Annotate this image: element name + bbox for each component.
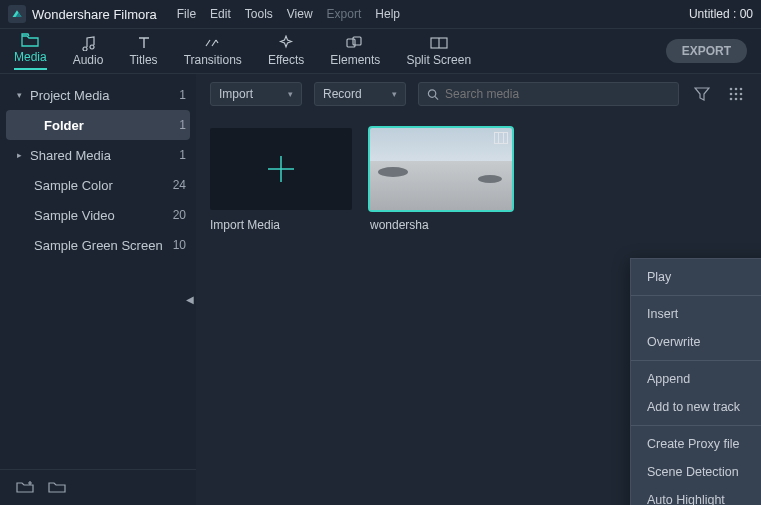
chevron-down-icon: ▾	[392, 89, 397, 99]
text-icon	[137, 35, 151, 51]
ctx-scene-detection[interactable]: Scene Detection	[631, 458, 761, 486]
search-input[interactable]	[445, 87, 670, 101]
menu-view[interactable]: View	[287, 7, 313, 21]
svg-point-14	[735, 98, 738, 101]
chevron-down-icon: ▾	[14, 90, 24, 100]
record-dropdown[interactable]: Record ▾	[314, 82, 406, 106]
music-icon	[80, 35, 96, 51]
collapse-sidebar-icon[interactable]: ◀	[186, 294, 196, 308]
document-title: Untitled : 00	[689, 7, 753, 21]
tab-media[interactable]: Media	[14, 32, 47, 70]
divider	[631, 360, 761, 361]
elements-icon	[346, 35, 364, 51]
menu-file[interactable]: File	[177, 7, 196, 21]
sidebar: ▾ Project Media 1 Folder 1 ▸ Shared Medi…	[0, 74, 196, 505]
chevron-down-icon: ▾	[288, 89, 293, 99]
sidebar-item-sample-color[interactable]: Sample Color 24	[0, 170, 196, 200]
svg-point-10	[730, 93, 733, 96]
app-logo-icon	[8, 5, 26, 23]
sparkle-icon	[278, 35, 294, 51]
tab-elements[interactable]: Elements	[330, 35, 380, 67]
sidebar-footer	[0, 469, 196, 505]
sidebar-item-sample-video[interactable]: Sample Video 20	[0, 200, 196, 230]
media-clip-tile[interactable]: wondersha	[370, 128, 512, 232]
tab-transitions[interactable]: Transitions	[184, 35, 242, 67]
new-folder-icon[interactable]	[16, 479, 34, 496]
clip-handle-icon[interactable]	[494, 132, 508, 144]
ctx-play[interactable]: Play	[631, 263, 761, 291]
export-button[interactable]: EXPORT	[666, 39, 747, 63]
ctx-insert[interactable]: InsertShift+I	[631, 300, 761, 328]
svg-point-8	[735, 88, 738, 91]
svg-point-12	[740, 93, 743, 96]
sidebar-item-folder[interactable]: Folder 1	[6, 110, 190, 140]
divider	[631, 425, 761, 426]
sidebar-item-shared-media[interactable]: ▸ Shared Media 1	[0, 140, 196, 170]
ctx-auto-highlight[interactable]: Auto Highlight	[631, 486, 761, 505]
svg-rect-1	[347, 39, 355, 47]
tab-titles[interactable]: Titles	[129, 35, 157, 67]
tab-effects[interactable]: Effects	[268, 35, 304, 67]
main-panel: Import ▾ Record ▾ Import Media	[196, 74, 761, 505]
svg-point-7	[730, 88, 733, 91]
sidebar-item-project-media[interactable]: ▾ Project Media 1	[0, 80, 196, 110]
svg-point-15	[740, 98, 743, 101]
import-media-tile[interactable]: Import Media	[210, 128, 352, 232]
folder-icon[interactable]	[48, 479, 66, 496]
svg-point-5	[428, 89, 435, 96]
menu-export: Export	[327, 7, 362, 21]
svg-point-9	[740, 88, 743, 91]
menu-tools[interactable]: Tools	[245, 7, 273, 21]
split-icon	[430, 35, 448, 51]
svg-point-11	[735, 93, 738, 96]
transition-icon	[204, 35, 222, 51]
filter-icon[interactable]	[691, 83, 713, 105]
search-icon	[427, 88, 439, 101]
ctx-add-to-new-track[interactable]: Add to new track	[631, 393, 761, 421]
ctx-create-proxy-file[interactable]: Create Proxy file	[631, 430, 761, 458]
clip-thumbnail	[370, 128, 512, 210]
toolbar: Media Audio Titles Transitions Effects E…	[0, 28, 761, 74]
context-menu: Play InsertShift+I OverwriteShift+O Appe…	[630, 258, 761, 505]
ctx-overwrite[interactable]: OverwriteShift+O	[631, 328, 761, 356]
svg-line-6	[435, 96, 438, 99]
menu-edit[interactable]: Edit	[210, 7, 231, 21]
titlebar: Wondershare Filmora File Edit Tools View…	[0, 0, 761, 28]
chevron-right-icon: ▸	[14, 150, 24, 160]
ctx-append[interactable]: Append	[631, 365, 761, 393]
svg-point-13	[730, 98, 733, 101]
folder-icon	[21, 32, 39, 48]
search-box[interactable]	[418, 82, 679, 106]
tab-audio[interactable]: Audio	[73, 35, 104, 67]
divider	[631, 295, 761, 296]
app-name: Wondershare Filmora	[32, 7, 157, 22]
plus-icon	[264, 152, 298, 186]
tab-split-screen[interactable]: Split Screen	[406, 35, 471, 67]
svg-rect-2	[353, 37, 361, 45]
menu-help[interactable]: Help	[375, 7, 400, 21]
menu-bar: File Edit Tools View Export Help	[177, 7, 400, 21]
grid-view-icon[interactable]	[725, 83, 747, 105]
import-dropdown[interactable]: Import ▾	[210, 82, 302, 106]
sidebar-item-sample-green-screen[interactable]: Sample Green Screen 10	[0, 230, 196, 260]
